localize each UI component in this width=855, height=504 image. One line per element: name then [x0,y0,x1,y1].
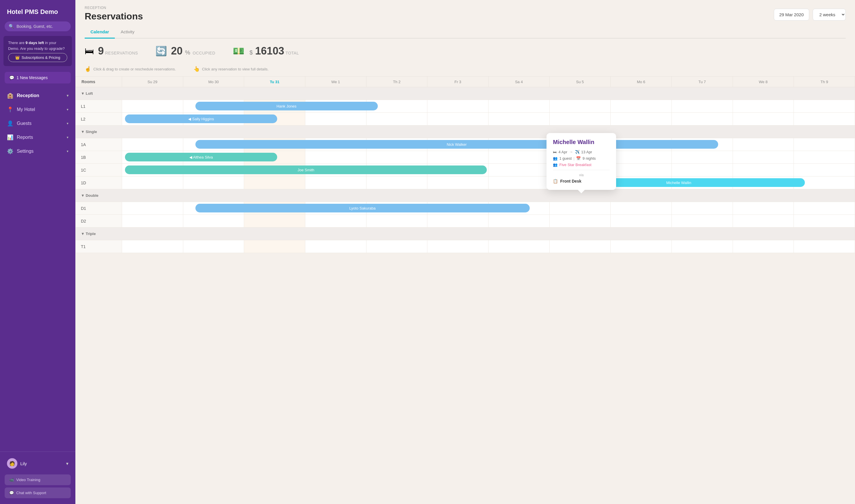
cell-l2-tu7[interactable] [672,113,733,126]
sidebar-item-my-hotel[interactable]: 📍 My Hotel ▾ [0,103,75,116]
cell-1c-sa4[interactable] [488,164,549,177]
cell-1d-we1[interactable] [305,177,366,189]
reservation-nick-walker[interactable]: Nick Walker [195,140,718,149]
video-training-button[interactable]: 📹 Video Training [5,474,71,485]
user-profile-row[interactable]: 🧑 Lily ▾ [5,455,71,471]
cell-1b-th9[interactable] [794,151,855,164]
cell-1b-we8[interactable] [733,151,794,164]
cell-1c-mo6[interactable] [610,164,672,177]
cell-1c-we8[interactable] [733,164,794,177]
cell-d1-th9[interactable] [794,202,855,215]
cell-d1-su29[interactable] [122,202,183,215]
cell-d2-th9[interactable] [794,215,855,228]
cell-l1-th9[interactable] [794,100,855,113]
sidebar-item-guests[interactable]: 👤 Guests ▾ [0,116,75,130]
cell-1a-su29[interactable] [122,138,183,151]
cell-l2-th9[interactable] [794,113,855,126]
cell-1a-we8[interactable] [733,138,794,151]
cell-t1-mo30[interactable] [183,240,244,253]
calendar-grid[interactable]: Rooms Su 29 Mo 30 Tu 31 We 1 Th 2 Fr 3 S… [75,76,855,504]
new-messages-button[interactable]: 💬 1 New Messages [5,72,71,84]
cell-l2-mo6[interactable] [610,113,672,126]
date-picker-button[interactable]: 29 Mar 2020 [774,9,809,21]
video-icon: 📹 [9,478,14,482]
cell-d2-tu31[interactable] [244,215,305,228]
cell-d2-sa4[interactable] [488,215,549,228]
sidebar-item-reports[interactable]: 📊 Reports ▾ [0,130,75,144]
cell-l1-mo6[interactable] [610,100,672,113]
cell-l1-su29[interactable] [122,100,183,113]
cell-t1-tu7[interactable] [672,240,733,253]
cell-1b-sa4[interactable] [488,151,549,164]
cell-d2-we8[interactable] [733,215,794,228]
cell-1b-th2[interactable] [366,151,427,164]
cell-t1-fr3[interactable] [427,240,488,253]
cell-1d-su29[interactable] [122,177,183,189]
cell-1b-we1[interactable] [305,151,366,164]
reservation-lyoto-sakuraba[interactable]: Lyoto Sakuraba [195,204,530,213]
cell-t1-su29[interactable] [122,240,183,253]
cell-d1-tu7[interactable] [672,202,733,215]
cell-l2-sa4[interactable] [488,113,549,126]
cell-d2-th2[interactable] [366,215,427,228]
cell-l2-we8[interactable] [733,113,794,126]
cell-l2-fr3[interactable] [427,113,488,126]
reservation-sally-higgins[interactable]: ◀ Sally Higgins [125,114,277,123]
upgrade-button[interactable]: 👑 Subscriptions & Pricing [8,53,67,62]
cell-1b-mo6[interactable] [610,151,672,164]
cell-t1-we1[interactable] [305,240,366,253]
cell-d1-mo30[interactable]: Lyoto Sakuraba [183,202,244,215]
cell-l2-su5[interactable] [549,113,610,126]
cell-1c-su29[interactable]: Joe Smith [122,164,183,177]
reservation-joe-smith[interactable]: Joe Smith [125,165,486,174]
cell-l1-fr3[interactable] [427,100,488,113]
cell-d2-mo6[interactable] [610,215,672,228]
cell-t1-we8[interactable] [733,240,794,253]
cell-l2-su29[interactable]: ◀ Sally Higgins [122,113,183,126]
cell-1d-mo30[interactable] [183,177,244,189]
sidebar-item-reception[interactable]: 🏨 Reception ▾ [0,89,75,103]
cell-d1-mo6[interactable] [610,202,672,215]
tab-calendar[interactable]: Calendar [85,26,115,38]
cell-t1-su5[interactable] [549,240,610,253]
cell-1c-tu7[interactable] [672,164,733,177]
cell-d1-we8[interactable] [733,202,794,215]
period-select[interactable]: 2 weeks 1 week 1 month [813,9,846,21]
cell-1d-tu31[interactable] [244,177,305,189]
cell-l2-we1[interactable] [305,113,366,126]
cell-t1-tu31[interactable] [244,240,305,253]
sidebar-item-settings[interactable]: ⚙️ Settings ▾ [0,144,75,158]
cell-t1-th2[interactable] [366,240,427,253]
cell-1d-su5[interactable]: Michelle Wallin 🛏 4 Apr → ✈️ 13 Apr 👥 1 … [549,177,610,189]
cell-d2-tu7[interactable] [672,215,733,228]
cell-d2-su29[interactable] [122,215,183,228]
reservation-hank-jones[interactable]: Hank Jones [195,102,378,110]
cell-1b-fr3[interactable] [427,151,488,164]
search-box[interactable]: 🔍 Booking, Guest, etc. [5,21,71,31]
cell-l1-sa4[interactable] [488,100,549,113]
cell-1a-th9[interactable] [794,138,855,151]
cell-d1-su5[interactable] [549,202,610,215]
cell-d2-mo30[interactable] [183,215,244,228]
cell-1b-tu7[interactable] [672,151,733,164]
cell-l1-mo30[interactable]: Hank Jones [183,100,244,113]
cell-1d-th2[interactable] [366,177,427,189]
cell-t1-sa4[interactable] [488,240,549,253]
cell-1d-fr3[interactable] [427,177,488,189]
cell-1d-sa4[interactable] [488,177,549,189]
cell-d2-fr3[interactable] [427,215,488,228]
cell-1a-mo30[interactable]: Nick Walker [183,138,244,151]
cell-d2-we1[interactable] [305,215,366,228]
cell-1b-su29[interactable]: ◀ Althea Silva [122,151,183,164]
cell-l1-we8[interactable] [733,100,794,113]
tab-activity[interactable]: Activity [115,26,140,38]
cell-l2-th2[interactable] [366,113,427,126]
chat-support-button[interactable]: 💬 Chat with Support [5,487,71,498]
cell-l1-tu7[interactable] [672,100,733,113]
cell-d2-su5[interactable] [549,215,610,228]
cell-1c-th9[interactable] [794,164,855,177]
reservation-althea-silva[interactable]: ◀ Althea Silva [125,153,277,161]
cell-t1-th9[interactable] [794,240,855,253]
cell-l1-su5[interactable] [549,100,610,113]
cell-t1-mo6[interactable] [610,240,672,253]
